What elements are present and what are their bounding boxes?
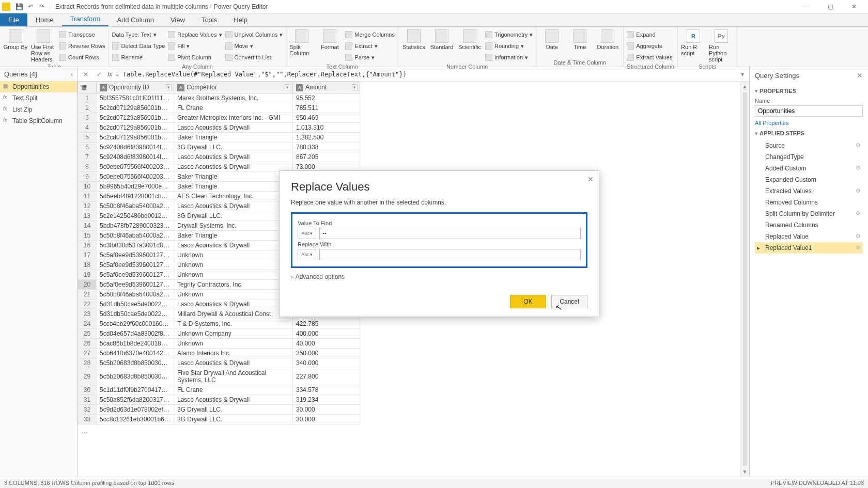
table-row[interactable]: 45c2cd07129a856001b25d449Lasco Acoustics… [78, 122, 360, 132]
table-row[interactable]: 285c5b20683d8b8500309c2a4eLasco Acoustic… [78, 358, 360, 368]
value-to-find-type-selector[interactable]: ABC ▾ [298, 228, 316, 239]
col-competitor[interactable]: ACompetitor▾ [174, 82, 293, 93]
gear-icon[interactable]: ⚙ [856, 244, 861, 251]
count-rows-button[interactable]: Count Rows [59, 52, 105, 62]
table-row[interactable]: 65c92408d6f83980014fa089c3G Drywall LLC.… [78, 142, 360, 152]
split-column-button[interactable]: Split Column [289, 28, 314, 56]
format-button[interactable]: Format [317, 28, 342, 50]
table-row[interactable]: 335cc8c13261eb30001b60d492f3G Drywall LL… [78, 414, 360, 424]
data-type-button[interactable]: Data Type: Text ▾ [112, 29, 165, 40]
aggregate-button[interactable]: Aggregate [627, 41, 672, 51]
applied-step[interactable]: Extracted Values⚙ [755, 185, 863, 197]
applied-step[interactable]: Replaced Value1⚙ [755, 242, 863, 254]
query-item-text-split[interactable]: Text Split [0, 92, 77, 104]
applied-step[interactable]: Expanded Custom [755, 174, 863, 185]
gear-icon[interactable]: ⚙ [856, 210, 861, 217]
replace-with-input[interactable] [319, 249, 581, 260]
close-window-button[interactable]: ✕ [842, 0, 866, 13]
cancel-formula-icon[interactable]: ✕ [81, 71, 91, 78]
table-row[interactable]: 305c1d11df0f9b2700417543a5FL Crane334.57… [78, 385, 360, 395]
all-properties-link[interactable]: All Properties [755, 120, 863, 126]
merge-columns-button[interactable]: Merge Columns [345, 29, 395, 40]
query-item-opportunities[interactable]: Opportunities [0, 81, 77, 92]
transpose-button[interactable]: Transpose [59, 29, 105, 40]
vertical-scrollbar[interactable]: ▲▼ [740, 82, 749, 477]
parse-button[interactable]: Parse ▾ [345, 52, 395, 62]
tab-home[interactable]: Home [27, 13, 62, 26]
col-amount[interactable]: AAmount▾ [293, 82, 360, 93]
group-by-button[interactable]: Group By [3, 28, 28, 50]
duration-button[interactable]: Duration [595, 28, 620, 50]
scientific-button[interactable]: Scientific [457, 28, 482, 50]
applied-step[interactable]: Added Custom⚙ [755, 163, 863, 174]
undo-icon[interactable]: ↶ [26, 2, 35, 11]
extract-button[interactable]: Extract ▾ [345, 41, 395, 51]
detect-data-type-button[interactable]: Detect Data Type [112, 41, 165, 51]
table-row[interactable]: 315c50a852f6da820031766a18Lasco Acoustic… [78, 395, 360, 404]
tab-view[interactable]: View [162, 13, 193, 26]
table-row[interactable]: 295c5b20683d8b8500309c2a4eFive Star Dryw… [78, 368, 360, 385]
gear-icon[interactable]: ⚙ [856, 187, 861, 194]
query-name-input[interactable] [755, 105, 863, 117]
replace-values-button[interactable]: Replace Values ▾ [168, 29, 222, 40]
applied-step[interactable]: ChangedType [755, 151, 863, 163]
formula-text[interactable]: = Table.ReplaceValue(#"Replaced Value","… [115, 71, 738, 78]
fx-icon[interactable]: fx [107, 71, 112, 78]
redo-icon[interactable]: ↷ [37, 2, 47, 11]
applied-step[interactable]: Replaced Value⚙ [755, 231, 863, 242]
formula-dropdown-icon[interactable]: ▾ [741, 71, 744, 78]
time-button[interactable]: Time [567, 28, 592, 50]
statistics-button[interactable]: Statistics [401, 28, 426, 50]
ok-button[interactable]: OK [510, 295, 546, 308]
applied-step[interactable]: Split Column by Delimiter⚙ [755, 208, 863, 219]
date-button[interactable]: Date [539, 28, 564, 50]
information-button[interactable]: Information ▾ [485, 52, 533, 62]
dialog-close-icon[interactable]: ✕ [587, 175, 594, 183]
table-row[interactable]: 245ccb4bb29f60c00016027592T & D Systems,… [78, 319, 360, 328]
applied-step[interactable]: Removed Columns [755, 197, 863, 208]
reverse-rows-button[interactable]: Reverse Rows [59, 41, 105, 51]
gear-icon[interactable]: ⚙ [856, 233, 861, 240]
table-row[interactable]: 15bf3557581c01f001f11c34fMarek Brothers … [78, 93, 360, 103]
tab-file[interactable]: File [0, 13, 27, 26]
row-header-corner[interactable]: ▦ [78, 82, 97, 93]
maximize-button[interactable]: ▢ [818, 0, 842, 13]
table-row[interactable]: 35c2cd07129a856001b25d449Greater Metropl… [78, 113, 360, 122]
gear-icon[interactable]: ⚙ [856, 165, 861, 171]
table-row[interactable]: 25c2cd07129a856001b25d449FL Crane785.511 [78, 103, 360, 113]
collapse-queries-icon[interactable]: ‹ [71, 70, 73, 78]
tab-transform[interactable]: Transform [62, 12, 109, 26]
tab-help[interactable]: Help [225, 13, 256, 26]
convert-to-list-button[interactable]: Convert to List [225, 52, 283, 62]
table-row[interactable]: 55c2cd07129a856001b25d449Baker Triangle1… [78, 132, 360, 142]
close-settings-icon[interactable]: ✕ [857, 71, 863, 80]
table-row[interactable]: 325c9d2d63d1e078002ef384253G Drywall LLC… [78, 404, 360, 414]
applied-step[interactable]: Source⚙ [755, 140, 863, 151]
trigonometry-button[interactable]: Trigonometry ▾ [485, 29, 533, 40]
applied-step[interactable]: Renamed Columns [755, 219, 863, 231]
replace-with-type-selector[interactable]: ABC ▾ [298, 249, 316, 260]
table-row[interactable]: 265cac86b1b8de24001835c3baUnknown40.000 [78, 338, 360, 348]
extract-values-button[interactable]: Extract Values [627, 52, 672, 62]
rounding-button[interactable]: Rounding ▾ [485, 41, 533, 51]
table-row[interactable]: 255cd04e657d4a83002f89f1e0Unknown Compan… [78, 328, 360, 338]
expand-button[interactable]: Expand [627, 29, 672, 40]
section-applied-steps[interactable]: APPLIED STEPS [755, 130, 863, 137]
run-r-script-button[interactable]: RRun R script [681, 28, 706, 56]
commit-formula-icon[interactable]: ✓ [94, 71, 104, 78]
table-row[interactable]: 275cb641fb6370e4001428b8ebAlamo Interior… [78, 348, 360, 358]
query-item-list-zip[interactable]: List Zip [0, 104, 77, 115]
first-row-headers-button[interactable]: Use First Row as Headers [31, 28, 56, 62]
tab-tools[interactable]: Tools [193, 13, 225, 26]
cancel-button[interactable]: Cancel [551, 295, 587, 308]
tab-add-column[interactable]: Add Column [109, 13, 162, 26]
fill-button[interactable]: Fill ▾ [168, 41, 222, 51]
minimize-button[interactable]: — [795, 0, 818, 13]
section-properties[interactable]: PROPERTIES [755, 88, 863, 95]
unpivot-columns-button[interactable]: Unpivot Columns ▾ [225, 29, 283, 40]
save-icon[interactable]: 💾 [14, 2, 24, 11]
table-row[interactable]: 75c92408d6f83980014fa089cLasco Acoustics… [78, 152, 360, 162]
run-python-script-button[interactable]: PyRun Python script [709, 28, 734, 62]
value-to-find-input[interactable] [319, 228, 581, 239]
gear-icon[interactable]: ⚙ [856, 142, 861, 149]
